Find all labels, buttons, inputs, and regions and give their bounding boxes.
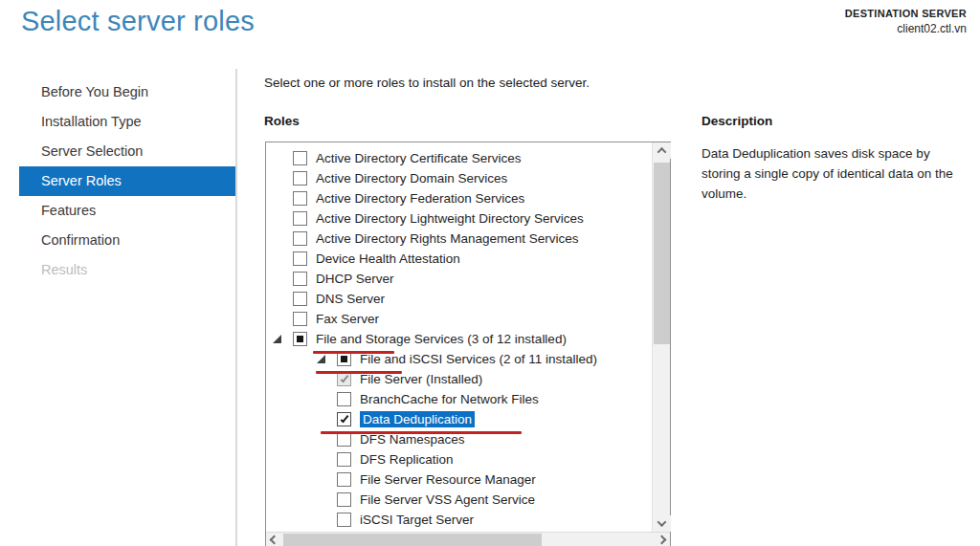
sidebar-item-installation-type[interactable]: Installation Type — [19, 107, 236, 137]
role-row[interactable]: Device Health Attestation — [266, 249, 652, 269]
role-row[interactable]: Data Deduplication — [266, 409, 652, 429]
role-label: File and iSCSI Services (2 of 11 install… — [360, 352, 597, 366]
role-row[interactable]: Active Directory Domain Services — [266, 168, 652, 188]
role-row[interactable]: Fax Server — [266, 309, 652, 329]
horizontal-scrollbar-thumb[interactable] — [283, 534, 542, 546]
vertical-scrollbar[interactable] — [652, 142, 670, 532]
role-row[interactable]: DFS Replication — [266, 449, 652, 470]
role-checkbox[interactable] — [293, 312, 307, 326]
role-checkbox[interactable] — [293, 211, 307, 226]
role-label: Active Directory Rights Management Servi… — [316, 231, 579, 246]
role-row[interactable]: Active Directory Certificate Services — [266, 148, 652, 168]
sidebar-item-before-you-begin[interactable]: Before You Begin — [19, 77, 236, 107]
role-label: DFS Replication — [360, 452, 454, 467]
scroll-up-button[interactable] — [653, 142, 671, 159]
role-checkbox[interactable] — [293, 272, 307, 286]
scroll-left-button[interactable] — [266, 533, 282, 546]
role-checkbox[interactable] — [293, 231, 307, 246]
role-label: Active Directory Certificate Services — [316, 151, 522, 165]
annotation-underline — [316, 371, 402, 374]
role-label: DNS Server — [316, 292, 385, 306]
role-checkbox[interactable] — [293, 171, 307, 186]
destination-server-block: DESTINATION SERVER client02.ctl.vn — [845, 8, 967, 35]
role-label: DHCP Server — [316, 272, 394, 286]
sidebar-item-results: Results — [19, 255, 236, 285]
role-label: File Server (Installed) — [360, 372, 482, 386]
description-heading: Description — [702, 114, 772, 128]
chevron-left-icon — [270, 535, 279, 545]
role-row[interactable]: Active Directory Lightweight Directory S… — [266, 208, 652, 229]
chevron-down-icon — [657, 517, 667, 527]
role-row[interactable]: File Server VSS Agent Service — [266, 490, 652, 510]
role-row[interactable]: File Server Resource Manager — [266, 470, 652, 490]
chevron-up-icon — [657, 147, 667, 157]
role-row[interactable]: iSCSI Target Server — [266, 510, 652, 530]
role-label: Fax Server — [316, 312, 379, 326]
destination-server-name: client02.ctl.vn — [845, 22, 967, 35]
roles-listbox: Active Directory Certificate ServicesAct… — [265, 142, 671, 546]
expander-slot — [270, 335, 293, 343]
role-row[interactable]: File and Storage Services (3 of 12 insta… — [266, 329, 652, 349]
role-row[interactable]: Active Directory Federation Services — [266, 188, 652, 208]
sidebar-item-server-roles[interactable]: Server Roles — [19, 166, 236, 196]
role-checkbox[interactable] — [337, 412, 351, 426]
role-checkbox[interactable] — [337, 513, 351, 527]
role-checkbox[interactable] — [293, 151, 307, 165]
sidebar-item-confirmation[interactable]: Confirmation — [19, 226, 236, 255]
role-checkbox — [337, 372, 351, 386]
role-label: DFS Namespaces — [360, 432, 465, 447]
checkmark-icon — [340, 414, 348, 423]
role-label: BranchCache for Network Files — [360, 392, 539, 406]
annotation-underline — [313, 351, 394, 354]
role-label: Active Directory Lightweight Directory S… — [316, 211, 584, 226]
role-row[interactable]: Active Directory Rights Management Servi… — [266, 229, 652, 249]
role-label: File and Storage Services (3 of 12 insta… — [316, 332, 567, 346]
role-checkbox[interactable] — [293, 251, 307, 266]
role-label: Active Directory Federation Services — [316, 191, 524, 206]
role-row[interactable]: DHCP Server — [266, 269, 652, 289]
role-label: Device Health Attestation — [316, 251, 460, 266]
role-checkbox[interactable] — [337, 492, 351, 507]
role-checkbox[interactable] — [337, 472, 351, 487]
role-label: File Server Resource Manager — [360, 472, 536, 487]
instruction-text: Select one or more roles to install on t… — [264, 76, 590, 90]
scroll-down-button[interactable] — [653, 515, 671, 532]
horizontal-scrollbar[interactable] — [266, 532, 670, 546]
sidebar-divider — [235, 69, 237, 546]
role-label: File Server VSS Agent Service — [360, 492, 535, 507]
chevron-right-icon — [657, 535, 667, 545]
role-checkbox[interactable] — [337, 432, 351, 447]
indeterminate-mark-icon — [297, 336, 303, 342]
scroll-right-button[interactable] — [654, 533, 670, 546]
tree-expanded-icon[interactable] — [317, 355, 325, 363]
annotation-underline — [321, 431, 522, 434]
role-label: Active Directory Domain Services — [316, 171, 507, 186]
sidebar-item-server-selection[interactable]: Server Selection — [19, 137, 236, 166]
indeterminate-mark-icon — [341, 356, 347, 362]
destination-server-label: DESTINATION SERVER — [845, 8, 967, 19]
role-label: Data Deduplication — [360, 411, 475, 427]
role-checkbox[interactable] — [337, 392, 351, 406]
expander-slot — [314, 355, 337, 363]
tree-expanded-icon[interactable] — [273, 335, 281, 343]
role-label: iSCSI Target Server — [360, 513, 474, 527]
wizard-steps-sidebar: Before You BeginInstallation TypeServer … — [19, 77, 236, 285]
role-checkbox[interactable] — [293, 332, 307, 346]
role-row[interactable]: BranchCache for Network Files — [266, 389, 652, 409]
description-text: Data Deduplication saves disk space by s… — [702, 143, 962, 204]
role-checkbox[interactable] — [337, 352, 351, 366]
role-checkbox[interactable] — [293, 292, 307, 306]
role-checkbox[interactable] — [337, 452, 351, 467]
vertical-scrollbar-thumb[interactable] — [654, 163, 670, 344]
roles-heading: Roles — [264, 114, 300, 128]
role-checkbox[interactable] — [293, 191, 307, 206]
sidebar-item-features[interactable]: Features — [19, 196, 236, 226]
checkmark-icon — [340, 374, 348, 382]
role-row[interactable]: DNS Server — [266, 289, 652, 309]
roles-list: Active Directory Certificate ServicesAct… — [266, 142, 652, 532]
page-title: Select server roles — [21, 6, 255, 37]
